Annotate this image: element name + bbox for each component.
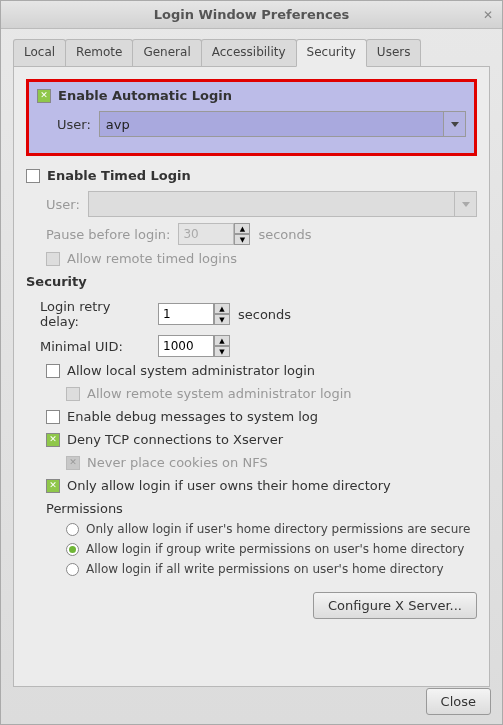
uid-value-input[interactable] — [158, 335, 214, 357]
tab-local[interactable]: Local — [13, 39, 66, 66]
spin-up-icon[interactable]: ▲ — [214, 335, 230, 346]
tab-security[interactable]: Security — [296, 39, 367, 67]
perm-all-label: Allow login if all write permissions on … — [86, 562, 444, 576]
pause-unit: seconds — [258, 227, 311, 242]
deny-tcp-label: Deny TCP connections to Xserver — [67, 432, 283, 447]
auto-login-user-combo[interactable]: avp — [99, 111, 466, 137]
security-panel: Enable Automatic Login User: avp Enable … — [13, 67, 490, 687]
perm-group-radio[interactable] — [66, 543, 79, 556]
uid-label: Minimal UID: — [40, 339, 150, 354]
spin-down-icon[interactable]: ▼ — [214, 314, 230, 325]
permissions-heading: Permissions — [46, 501, 477, 516]
perm-secure-radio[interactable] — [66, 523, 79, 536]
tab-remote[interactable]: Remote — [65, 39, 133, 66]
auto-login-user-value: avp — [106, 117, 130, 132]
window-title: Login Window Preferences — [154, 7, 350, 22]
tab-accessibility[interactable]: Accessibility — [201, 39, 297, 66]
allow-remote-timed-checkbox — [46, 252, 60, 266]
tab-bar: Local Remote General Accessibility Secur… — [13, 39, 490, 67]
configure-xserver-button[interactable]: Configure X Server... — [313, 592, 477, 619]
retry-unit: seconds — [238, 307, 291, 322]
perm-all-radio[interactable] — [66, 563, 79, 576]
allow-local-admin-checkbox[interactable] — [46, 364, 60, 378]
spin-down-icon[interactable]: ▼ — [214, 346, 230, 357]
allow-local-admin-label: Allow local system administrator login — [67, 363, 315, 378]
never-cookies-label: Never place cookies on NFS — [87, 455, 268, 470]
deny-tcp-checkbox[interactable] — [46, 433, 60, 447]
chevron-down-icon[interactable] — [443, 112, 465, 136]
perm-secure-label: Only allow login if user's home director… — [86, 522, 470, 536]
enable-timed-login-checkbox[interactable] — [26, 169, 40, 183]
retry-label: Login retry delay: — [40, 299, 150, 329]
enable-auto-login-label: Enable Automatic Login — [58, 88, 232, 103]
chevron-down-icon — [454, 192, 476, 216]
perm-group-label: Allow login if group write permissions o… — [86, 542, 464, 556]
spin-down-icon: ▼ — [234, 234, 250, 245]
auto-login-highlight: Enable Automatic Login User: avp — [26, 79, 477, 156]
spin-up-icon[interactable]: ▲ — [214, 303, 230, 314]
tab-general[interactable]: General — [132, 39, 201, 66]
pause-label: Pause before login: — [46, 227, 170, 242]
timed-user-label: User: — [46, 197, 80, 212]
titlebar: Login Window Preferences ✕ — [1, 1, 502, 29]
auto-login-user-label: User: — [57, 117, 91, 132]
enable-debug-checkbox[interactable] — [46, 410, 60, 424]
only-owner-checkbox[interactable] — [46, 479, 60, 493]
spin-up-icon: ▲ — [234, 223, 250, 234]
timed-user-combo — [88, 191, 477, 217]
never-cookies-checkbox — [66, 456, 80, 470]
only-owner-label: Only allow login if user owns their home… — [67, 478, 391, 493]
close-icon[interactable]: ✕ — [480, 7, 496, 23]
retry-value-input[interactable] — [158, 303, 214, 325]
enable-timed-login-label: Enable Timed Login — [47, 168, 191, 183]
security-heading: Security — [26, 274, 477, 289]
enable-auto-login-checkbox[interactable] — [37, 89, 51, 103]
tab-users[interactable]: Users — [366, 39, 422, 66]
pause-value-input — [178, 223, 234, 245]
close-button[interactable]: Close — [426, 688, 491, 715]
allow-remote-admin-checkbox — [66, 387, 80, 401]
allow-remote-timed-label: Allow remote timed logins — [67, 251, 237, 266]
enable-debug-label: Enable debug messages to system log — [67, 409, 318, 424]
allow-remote-admin-label: Allow remote system administrator login — [87, 386, 352, 401]
